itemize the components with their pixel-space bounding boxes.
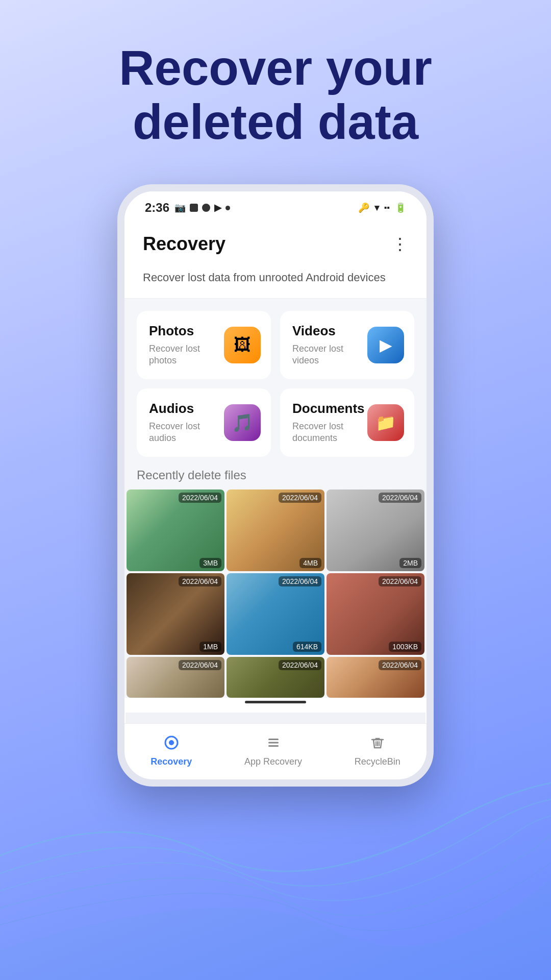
photo-item-5[interactable]: 2022/06/04 614KB (227, 573, 324, 655)
videos-card[interactable]: Videos Recover lost videos ▶ (280, 311, 414, 379)
documents-card-icon: 📁 (367, 404, 404, 441)
photo-3-date: 2022/06/04 (379, 493, 421, 503)
photo-3-size: 2MB (399, 558, 421, 568)
photo-grid: 2022/06/04 3MB 2022/06/04 4MB 2022/06/04… (124, 489, 427, 698)
status-left: 2:36 📷 ▶ (145, 201, 230, 215)
photo-5-date: 2022/06/04 (279, 576, 321, 586)
photo-item-1[interactable]: 2022/06/04 3MB (127, 489, 224, 571)
documents-card-subtitle: Recover lost documents (292, 421, 367, 445)
wifi-icon: ▾ (374, 202, 379, 213)
photo-1-date: 2022/06/04 (179, 493, 221, 503)
home-indicator (245, 701, 306, 703)
dot-icon (226, 206, 230, 210)
photos-card-icon: 🖼 (224, 327, 261, 363)
app-bar: Recovery ⋮ (124, 221, 427, 265)
photo-item-7[interactable]: 2022/06/04 (127, 657, 224, 698)
audios-card-title: Audios (149, 401, 224, 416)
photos-icon: 🖼 (234, 335, 251, 355)
photos-card-subtitle: Recover lost photos (149, 343, 224, 367)
audios-icon: 🎵 (232, 412, 253, 433)
nav-app-recovery[interactable]: App Recovery (244, 732, 302, 767)
videos-card-subtitle: Recover lost videos (292, 343, 367, 367)
photo-7-date: 2022/06/04 (179, 660, 221, 670)
photo-5-size: 614KB (293, 642, 321, 652)
photos-card[interactable]: Photos Recover lost photos 🖼 (137, 311, 271, 379)
photo-2-date: 2022/06/04 (279, 493, 321, 503)
circle-icon (202, 204, 210, 212)
recycle-bin-nav-label: RecycleBin (355, 756, 400, 767)
audios-card-icon: 🎵 (224, 404, 261, 441)
recycle-bin-nav-icon (367, 732, 388, 753)
photos-card-text: Photos Recover lost photos (149, 323, 224, 367)
audios-card[interactable]: Audios Recover lost audios 🎵 (137, 388, 271, 457)
documents-icon: 📁 (375, 413, 396, 432)
photo-6-date: 2022/06/04 (379, 576, 421, 586)
documents-card-text: Documents Recover lost documents (292, 401, 367, 445)
app-recovery-nav-icon (263, 732, 284, 753)
photo-item-3[interactable]: 2022/06/04 2MB (327, 489, 424, 571)
videos-card-icon: ▶ (367, 327, 404, 363)
bottom-nav: Recovery App Recovery (124, 723, 427, 779)
documents-card-title: Documents (292, 401, 367, 416)
subtitle-bar: Recover lost data from unrooted Android … (124, 265, 427, 299)
svg-point-1 (169, 740, 174, 745)
key-icon: 🔑 (358, 202, 369, 213)
phone-mockup: 2:36 📷 ▶ 🔑 ▾ ▪▪ 🔋 Recovery ⋮ (0, 184, 551, 787)
recently-deleted-label: Recently delete files (124, 457, 427, 489)
phone-frame: 2:36 📷 ▶ 🔑 ▾ ▪▪ 🔋 Recovery ⋮ (117, 184, 434, 787)
videos-card-title: Videos (292, 323, 367, 339)
audios-card-subtitle: Recover lost audios (149, 421, 224, 445)
svg-rect-2 (268, 739, 279, 740)
photo-6-size: 1003KB (389, 642, 421, 652)
app-recovery-nav-label: App Recovery (244, 756, 302, 767)
photo-8-date: 2022/06/04 (279, 660, 321, 670)
documents-card[interactable]: Documents Recover lost documents 📁 (280, 388, 414, 457)
photo-9-date: 2022/06/04 (379, 660, 421, 670)
camera-icon: 📷 (174, 202, 186, 213)
photos-card-title: Photos (149, 323, 224, 339)
videos-card-text: Videos Recover lost videos (292, 323, 367, 367)
photo-4-size: 1MB (199, 642, 221, 652)
videos-icon: ▶ (380, 335, 392, 355)
recovery-cards-grid: Photos Recover lost photos 🖼 Videos Reco… (124, 299, 427, 457)
nav-recovery[interactable]: Recovery (151, 732, 192, 767)
recovery-nav-label: Recovery (151, 756, 192, 767)
recovery-nav-icon (161, 732, 182, 753)
menu-button[interactable]: ⋮ (392, 234, 408, 254)
status-bar: 2:36 📷 ▶ 🔑 ▾ ▪▪ 🔋 (124, 191, 427, 221)
svg-rect-4 (268, 745, 279, 747)
play-icon: ▶ (214, 202, 221, 213)
nav-recycle-bin[interactable]: RecycleBin (355, 732, 400, 767)
subtitle-text: Recover lost data from unrooted Android … (143, 270, 408, 286)
photo-2-size: 4MB (299, 558, 321, 568)
status-time: 2:36 (145, 201, 169, 215)
status-icons-left: 📷 ▶ (174, 202, 230, 213)
audios-card-text: Audios Recover lost audios (149, 401, 224, 445)
photo-item-2[interactable]: 2022/06/04 4MB (227, 489, 324, 571)
status-right: 🔑 ▾ ▪▪ 🔋 (358, 202, 406, 213)
photo-item-9[interactable]: 2022/06/04 (327, 657, 424, 698)
photo-item-4[interactable]: 2022/06/04 1MB (127, 573, 224, 655)
photo-4-date: 2022/06/04 (179, 576, 221, 586)
photo-item-6[interactable]: 2022/06/04 1003KB (327, 573, 424, 655)
battery-icon: 🔋 (395, 202, 406, 213)
app-title: Recovery (143, 233, 226, 255)
square-icon (190, 204, 198, 212)
photo-item-8[interactable]: 2022/06/04 (227, 657, 324, 698)
signal-icon: ▪▪ (384, 203, 390, 212)
hero-title: Recover your deleted data (0, 0, 551, 169)
svg-rect-3 (268, 742, 279, 744)
photo-1-size: 3MB (199, 558, 221, 568)
